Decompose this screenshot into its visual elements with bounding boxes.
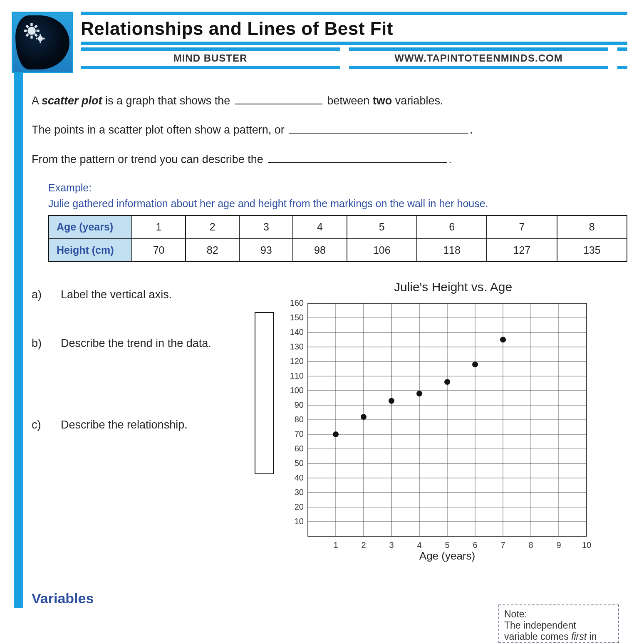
subtitle-left: MIND BUSTER bbox=[81, 47, 340, 69]
questions: a) Label the vertical axis. b) Describe … bbox=[32, 279, 248, 569]
question-b: b) Describe the trend in the data. bbox=[32, 336, 248, 351]
svg-text:60: 60 bbox=[295, 444, 304, 453]
svg-point-0 bbox=[27, 27, 36, 35]
svg-text:110: 110 bbox=[290, 371, 304, 380]
blank-3[interactable] bbox=[268, 152, 447, 163]
page-title: Relationships and Lines of Best Fit bbox=[81, 12, 627, 45]
svg-point-70 bbox=[333, 431, 339, 437]
logo bbox=[12, 12, 73, 73]
chart-svg: 1020304050607080901001101201301401501601… bbox=[279, 299, 595, 565]
svg-text:160: 160 bbox=[290, 299, 304, 307]
question-c: c) Describe the relationship. bbox=[32, 417, 248, 432]
svg-point-71 bbox=[361, 414, 367, 420]
svg-point-76 bbox=[500, 337, 506, 342]
svg-point-75 bbox=[472, 362, 478, 367]
svg-point-72 bbox=[389, 398, 394, 404]
gears-icon bbox=[23, 22, 46, 45]
chart-title: Julie's Height vs. Age bbox=[279, 279, 627, 296]
header: Relationships and Lines of Best Fit MIND… bbox=[12, 12, 627, 73]
svg-text:2: 2 bbox=[361, 540, 366, 550]
content: A scatter plot is a graph that shows the… bbox=[32, 73, 627, 608]
subtitle-right: WWW.TAPINTOTEENMINDS.COM bbox=[349, 47, 608, 69]
worksheet-page: Relationships and Lines of Best Fit MIND… bbox=[0, 0, 644, 644]
example-text: Julie gathered information about her age… bbox=[48, 197, 627, 211]
data-table: Age (years) 1 2 3 4 5 6 7 8 Height (cm) … bbox=[48, 215, 627, 263]
scatter-chart: Julie's Height vs. Age 10203040506070809… bbox=[279, 279, 627, 569]
svg-point-74 bbox=[444, 379, 450, 385]
example-block: Example: Julie gathered information abou… bbox=[48, 181, 627, 262]
table-row-height: Height (cm) 70 82 93 98 106 118 127 135 bbox=[49, 239, 627, 262]
svg-line-8 bbox=[35, 25, 37, 27]
svg-point-73 bbox=[416, 391, 422, 396]
svg-text:50: 50 bbox=[295, 458, 304, 468]
svg-text:30: 30 bbox=[295, 488, 304, 497]
intro-line-3: From the pattern or trend you can descri… bbox=[32, 152, 627, 167]
blank-1[interactable] bbox=[235, 93, 322, 104]
svg-text:3: 3 bbox=[389, 540, 394, 550]
svg-text:40: 40 bbox=[295, 473, 304, 482]
svg-text:4: 4 bbox=[417, 540, 421, 550]
svg-text:1: 1 bbox=[333, 540, 338, 550]
vertical-axis-label-box[interactable] bbox=[255, 312, 274, 474]
row-header-age: Age (years) bbox=[49, 215, 132, 239]
svg-line-6 bbox=[35, 34, 37, 36]
svg-text:20: 20 bbox=[295, 502, 304, 511]
svg-text:Age (years): Age (years) bbox=[419, 550, 475, 562]
svg-text:80: 80 bbox=[295, 415, 304, 424]
svg-text:100: 100 bbox=[290, 386, 304, 395]
svg-text:7: 7 bbox=[500, 540, 505, 550]
svg-text:10: 10 bbox=[295, 517, 304, 526]
row-header-height: Height (cm) bbox=[49, 239, 132, 262]
note-box: Note: The independent variable comes fir… bbox=[498, 604, 619, 643]
svg-text:8: 8 bbox=[528, 540, 533, 550]
left-accent-stripe bbox=[14, 73, 23, 608]
question-a: a) Label the vertical axis. bbox=[32, 287, 248, 302]
svg-text:70: 70 bbox=[295, 429, 304, 438]
svg-text:6: 6 bbox=[473, 540, 477, 550]
blank-2[interactable] bbox=[289, 122, 468, 134]
svg-text:5: 5 bbox=[445, 540, 449, 550]
svg-text:90: 90 bbox=[295, 400, 304, 409]
svg-line-7 bbox=[26, 34, 28, 36]
example-label: Example: bbox=[48, 181, 627, 195]
svg-text:140: 140 bbox=[290, 327, 304, 337]
table-row-age: Age (years) 1 2 3 4 5 6 7 8 bbox=[49, 215, 627, 239]
svg-text:120: 120 bbox=[290, 357, 304, 366]
svg-line-5 bbox=[26, 25, 28, 27]
intro-line-1: A scatter plot is a graph that shows the… bbox=[32, 93, 627, 108]
svg-text:130: 130 bbox=[290, 342, 304, 351]
svg-point-9 bbox=[38, 36, 43, 41]
svg-text:9: 9 bbox=[556, 540, 561, 550]
intro-line-2: The points in a scatter plot often show … bbox=[32, 122, 627, 137]
svg-text:10: 10 bbox=[582, 540, 591, 550]
svg-text:150: 150 bbox=[290, 313, 304, 322]
